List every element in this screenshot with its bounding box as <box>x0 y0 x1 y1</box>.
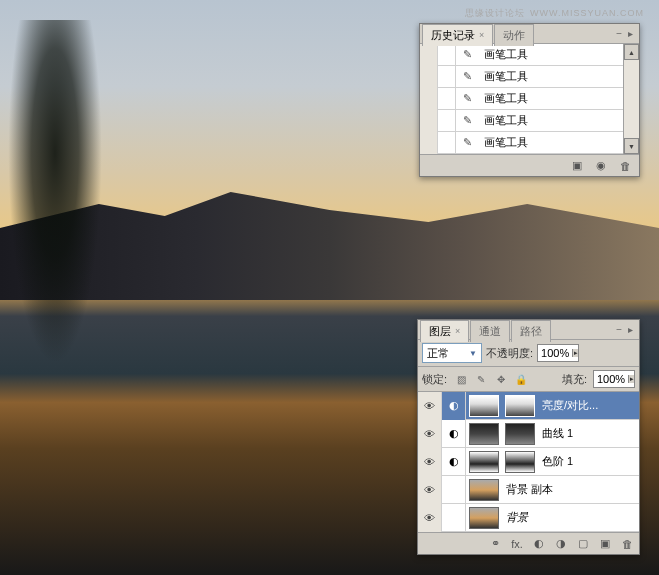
layer-list: 👁 ◐ 亮度/对比... 👁 ◐ 曲线 1 👁 ◐ 色阶 1 👁 背景 副本 <box>418 392 639 532</box>
mask-thumbnail[interactable] <box>505 451 535 473</box>
layer-row[interactable]: 👁 ◐ 色阶 1 <box>418 448 639 476</box>
tab-layers[interactable]: 图层 × <box>420 320 469 342</box>
mask-icon[interactable]: ◐ <box>531 537 547 551</box>
layer-thumbnail[interactable] <box>469 423 499 445</box>
layer-name[interactable]: 亮度/对比... <box>538 398 598 413</box>
close-icon[interactable]: × <box>455 326 460 336</box>
layer-thumbnail[interactable] <box>469 395 499 417</box>
close-icon[interactable]: × <box>479 30 484 40</box>
lock-transparency-icon[interactable]: ▨ <box>453 371 469 387</box>
fill-label: 填充: <box>562 372 587 387</box>
layers-panel-header: 图层 × 通道 路径 − ▸ <box>418 320 639 340</box>
layer-row[interactable]: 👁 背景 副本 <box>418 476 639 504</box>
snapshot-icon[interactable]: ◉ <box>593 159 609 173</box>
tab-paths[interactable]: 路径 <box>511 320 551 342</box>
layer-name[interactable]: 背景 <box>502 510 528 525</box>
link-col[interactable] <box>442 476 466 504</box>
history-footer: ▣ ◉ 🗑 <box>420 154 639 176</box>
new-document-icon[interactable]: ▣ <box>569 159 585 173</box>
new-layer-icon[interactable]: ▣ <box>597 537 613 551</box>
layer-row[interactable]: 👁 背景 <box>418 504 639 532</box>
visibility-icon[interactable]: 👁 <box>418 448 442 476</box>
visibility-icon[interactable]: 👁 <box>418 504 442 532</box>
opacity-label: 不透明度: <box>486 346 533 361</box>
chevron-right-icon[interactable]: ▸ <box>628 375 634 383</box>
history-panel-header: 历史记录 × 动作 − ▸ <box>420 24 639 44</box>
mask-thumbnail[interactable] <box>505 395 535 417</box>
layer-thumbnail[interactable] <box>469 451 499 473</box>
opacity-input[interactable]: 100% ▸ <box>537 344 579 362</box>
trash-icon[interactable]: 🗑 <box>619 537 635 551</box>
link-layers-icon[interactable]: ⚭ <box>487 537 503 551</box>
history-item[interactable]: ✎画笔工具 <box>420 44 639 66</box>
layer-thumbnail[interactable] <box>469 479 499 501</box>
watermark: 思缘设计论坛WWW.MISSYUAN.COM <box>460 5 644 20</box>
mask-thumbnail[interactable] <box>505 423 535 445</box>
link-icon[interactable]: ◐ <box>442 420 466 448</box>
lock-paint-icon[interactable]: ✎ <box>473 371 489 387</box>
visibility-icon[interactable]: 👁 <box>418 476 442 504</box>
lock-label: 锁定: <box>422 372 447 387</box>
folder-icon[interactable]: ▢ <box>575 537 591 551</box>
layer-row[interactable]: 👁 ◐ 曲线 1 <box>418 420 639 448</box>
tab-channels[interactable]: 通道 <box>470 320 510 342</box>
brush-icon: ✎ <box>456 48 478 61</box>
brush-icon: ✎ <box>456 92 478 105</box>
history-item[interactable]: ✎画笔工具 <box>420 132 639 154</box>
brush-icon: ✎ <box>456 136 478 149</box>
fill-input[interactable]: 100% ▸ <box>593 370 635 388</box>
layers-toolbar: 正常 ▼ 不透明度: 100% ▸ <box>418 340 639 367</box>
history-item[interactable]: ✎画笔工具 <box>420 88 639 110</box>
minimize-icon[interactable]: − <box>616 324 622 335</box>
layers-footer: ⚭ fx. ◐ ◑ ▢ ▣ 🗑 <box>418 532 639 554</box>
history-panel: 历史记录 × 动作 − ▸ ✎画笔工具 ✎画笔工具 ✎画笔工具 ✎画笔工具 ✎画… <box>419 23 640 177</box>
scrollbar[interactable]: ▲ ▼ <box>623 44 639 154</box>
link-col[interactable] <box>442 504 466 532</box>
trash-icon[interactable]: 🗑 <box>617 159 633 173</box>
visibility-icon[interactable]: 👁 <box>418 420 442 448</box>
lock-position-icon[interactable]: ✥ <box>493 371 509 387</box>
lock-all-icon[interactable]: 🔒 <box>513 371 529 387</box>
history-item[interactable]: ✎画笔工具 <box>420 66 639 88</box>
minimize-icon[interactable]: − <box>616 28 622 39</box>
history-list: ✎画笔工具 ✎画笔工具 ✎画笔工具 ✎画笔工具 ✎画笔工具 <box>420 44 639 154</box>
chevron-right-icon[interactable]: ▸ <box>572 349 578 357</box>
scroll-up-icon[interactable]: ▲ <box>624 44 639 60</box>
link-icon[interactable]: ◐ <box>442 392 466 420</box>
scroll-down-icon[interactable]: ▼ <box>624 138 639 154</box>
adjustment-icon[interactable]: ◑ <box>553 537 569 551</box>
history-item[interactable]: ✎画笔工具 <box>420 110 639 132</box>
visibility-icon[interactable]: 👁 <box>418 392 442 420</box>
fx-icon[interactable]: fx. <box>509 537 525 551</box>
layer-thumbnail[interactable] <box>469 507 499 529</box>
link-icon[interactable]: ◐ <box>442 448 466 476</box>
blend-mode-dropdown[interactable]: 正常 ▼ <box>422 343 482 363</box>
lock-row: 锁定: ▨ ✎ ✥ 🔒 填充: 100% ▸ <box>418 367 639 392</box>
tab-history[interactable]: 历史记录 × <box>422 24 493 46</box>
brush-icon: ✎ <box>456 70 478 83</box>
layers-panel: 图层 × 通道 路径 − ▸ 正常 ▼ 不透明度: 100% ▸ 锁定: ▨ ✎… <box>417 319 640 555</box>
layer-name[interactable]: 色阶 1 <box>538 454 573 469</box>
panel-menu-icon[interactable]: ▸ <box>628 324 633 335</box>
layer-name[interactable]: 曲线 1 <box>538 426 573 441</box>
chevron-down-icon: ▼ <box>469 349 477 358</box>
panel-menu-icon[interactable]: ▸ <box>628 28 633 39</box>
brush-icon: ✎ <box>456 114 478 127</box>
layer-row[interactable]: 👁 ◐ 亮度/对比... <box>418 392 639 420</box>
tab-actions[interactable]: 动作 <box>494 24 534 46</box>
layer-name[interactable]: 背景 副本 <box>502 482 553 497</box>
